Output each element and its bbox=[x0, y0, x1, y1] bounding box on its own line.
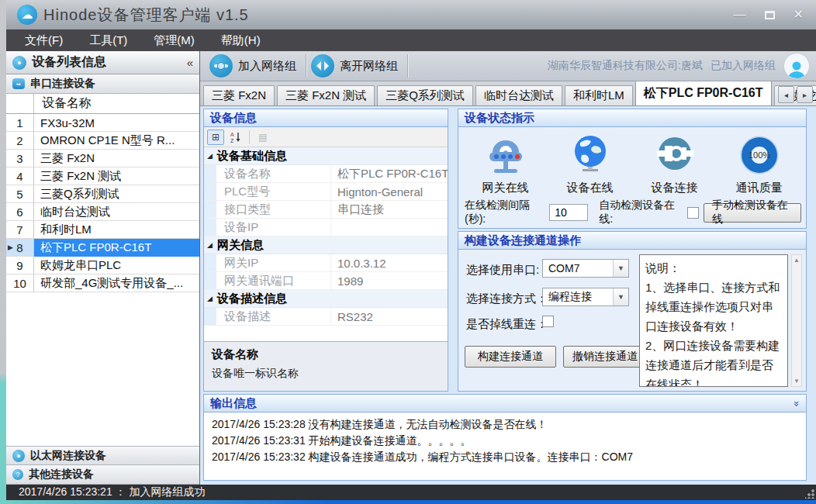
gateway-online-indicator: 网关在线 bbox=[482, 135, 529, 195]
resize-grip[interactable] bbox=[805, 489, 814, 499]
property-category[interactable]: ◢ 网关信息 bbox=[204, 236, 448, 254]
device-connect-icon bbox=[654, 135, 696, 178]
maximize-button[interactable] bbox=[765, 11, 775, 19]
output-header: 输出信息 » bbox=[204, 395, 806, 413]
comm-quality-indicator: 100% 通讯质量 bbox=[736, 135, 783, 195]
device-name-header[interactable]: 设备名称 bbox=[34, 94, 199, 113]
property-row[interactable]: PLC型号 Hignton-General bbox=[204, 183, 448, 201]
tab-mitsubishi-fx2n-test[interactable]: 三菱 Fx2N 测试 bbox=[277, 85, 375, 105]
device-row[interactable]: 9 欧姆龙串口PLC bbox=[6, 257, 199, 274]
sort-alphabetical-icon[interactable]: AZ bbox=[227, 129, 244, 145]
window-title: Hinode设备管理客户端 v1.5 bbox=[43, 5, 249, 26]
instructions-box: 说明： 1、选择串口、连接方式和掉线重连操作选项只对串口连接设备有效！ 2、网口… bbox=[639, 254, 788, 387]
log-line: 2017/4/26 15:23:32 构建设备连接通道成功，编程方式连接串口设备… bbox=[212, 449, 798, 465]
collapse-sidebar-icon[interactable]: « bbox=[187, 56, 193, 69]
device-status-header: 设备状态指示 bbox=[458, 109, 806, 127]
device-tab-strip: 三菱 Fx2N 三菱 Fx2N 测试 三菱Q系列测试 临时台达测试 和利时LM … bbox=[200, 81, 816, 106]
desktop-background-left bbox=[0, 0, 6, 504]
tab-delta-temp-test[interactable]: 临时台达测试 bbox=[475, 85, 562, 105]
menu-bar: 文件(F) 工具(T) 管理(M) 帮助(H) bbox=[6, 29, 816, 51]
auto-check-checkbox[interactable] bbox=[687, 207, 699, 219]
device-row[interactable]: 5 三菱Q系列测试 bbox=[6, 185, 199, 203]
device-row[interactable]: 2 OMRON CP1E N型号 R... bbox=[6, 132, 199, 150]
menu-tools[interactable]: 工具(T) bbox=[89, 33, 127, 48]
collapse-output-icon[interactable]: » bbox=[791, 400, 803, 406]
device-info-header: 设备信息 bbox=[204, 109, 448, 127]
device-row-selected[interactable]: ▶ 8 松下PLC FP0R-C16T bbox=[6, 239, 199, 257]
device-row[interactable]: 7 和利时LM bbox=[6, 221, 199, 239]
scroll-up-icon[interactable]: ▲ bbox=[794, 257, 800, 264]
chevron-down-icon: ▼ bbox=[613, 288, 628, 306]
screen: ☁ Hinode设备管理客户端 v1.5 — ✕ 文件(F) 工具(T) 管理(… bbox=[0, 0, 816, 504]
selected-row-marker-icon: ▶ bbox=[8, 243, 13, 251]
device-list-sidebar: ● 设备列表信息 « ▪▪ 串口连接设备 设备名称 1 FX3u-32M 2 bbox=[6, 51, 200, 485]
comm-quality-icon: 100% bbox=[738, 135, 781, 178]
categorized-view-icon[interactable]: ⊞ bbox=[207, 129, 224, 145]
device-online-indicator: 设备在线 bbox=[567, 135, 614, 195]
section-serial-devices[interactable]: ▪▪ 串口连接设备 bbox=[6, 74, 199, 94]
property-row[interactable]: 接口类型 串口连接 bbox=[204, 201, 448, 219]
reconnect-checkbox[interactable] bbox=[542, 316, 554, 327]
device-connect-indicator: 设备连接 bbox=[652, 135, 698, 195]
property-row[interactable]: 设备描述 RS232 bbox=[204, 308, 448, 326]
property-category[interactable]: ◢ 设备基础信息 bbox=[204, 147, 448, 165]
device-row[interactable]: 1 FX3u-32M bbox=[6, 114, 199, 132]
connect-mode-select[interactable]: 编程连接 ▼ bbox=[542, 288, 629, 306]
section-other-devices[interactable]: ? 其他连接设备 bbox=[6, 465, 199, 485]
property-row[interactable]: 网关IP 10.0.3.12 bbox=[204, 254, 448, 272]
build-channel-panel: 构建设备连接通道操作 选择使用串口: COM7 ▼ 选择连接方式： 编程连接 ▼… bbox=[458, 231, 807, 392]
desktop-background-bottom bbox=[0, 500, 816, 504]
tab-scroll-left-icon[interactable]: ◂ bbox=[778, 86, 794, 103]
device-row[interactable]: 10 研发部_4G测试专用设备_... bbox=[6, 274, 199, 292]
join-network-icon bbox=[209, 54, 233, 78]
property-grid: ◢ 设备基础信息 设备名称 松下PLC FP0R-C16T PLC型号 Hign… bbox=[204, 147, 448, 341]
tab-scroll-right-icon[interactable]: ▸ bbox=[797, 86, 813, 103]
sidebar-title: 设备列表信息 bbox=[32, 54, 106, 71]
property-description: 设备名称 设备唯一标识名称 bbox=[204, 341, 448, 391]
revoke-channel-button[interactable]: 撤销连接通道 bbox=[563, 346, 647, 368]
device-row[interactable]: 6 临时台达测试 bbox=[6, 203, 199, 221]
device-online-icon bbox=[569, 135, 611, 178]
property-grid-toolbar: ⊞ AZ ▤ bbox=[204, 127, 448, 147]
device-table: 设备名称 1 FX3u-32M 2 OMRON CP1E N型号 R... 3 … bbox=[6, 94, 199, 446]
user-info: 湖南华辰智通科技有限公司:唐斌 已加入网络组 bbox=[548, 53, 816, 79]
section-ethernet-devices[interactable]: ● 以太网连接设备 bbox=[6, 446, 199, 465]
property-row[interactable]: 设备名称 松下PLC FP0R-C16T bbox=[204, 165, 448, 183]
app-window: ☁ Hinode设备管理客户端 v1.5 — ✕ 文件(F) 工具(T) 管理(… bbox=[6, 0, 816, 500]
device-row[interactable]: 3 三菱 Fx2N bbox=[6, 150, 199, 167]
menu-help[interactable]: 帮助(H) bbox=[221, 33, 261, 48]
svg-text:100%: 100% bbox=[748, 150, 769, 160]
collapse-triangle-icon: ◢ bbox=[207, 241, 213, 249]
tab-mitsubishi-q-test[interactable]: 三菱Q系列测试 bbox=[377, 85, 473, 105]
app-logo-icon: ☁ bbox=[17, 5, 37, 25]
other-section-icon: ? bbox=[12, 469, 23, 480]
join-network-button[interactable]: 加入网络组 bbox=[205, 51, 306, 81]
menu-manage[interactable]: 管理(M) bbox=[154, 33, 195, 48]
minimize-button[interactable]: — bbox=[734, 9, 746, 21]
leave-network-button[interactable]: 离开网络组 bbox=[306, 51, 407, 81]
device-row[interactable]: 4 三菱 Fx2N 测试 bbox=[6, 167, 199, 185]
leave-network-icon bbox=[311, 54, 334, 78]
scroll-down-icon[interactable]: ▼ bbox=[794, 378, 800, 385]
collapse-triangle-icon: ◢ bbox=[207, 152, 213, 160]
user-avatar[interactable] bbox=[783, 53, 810, 79]
title-bar: ☁ Hinode设备管理客户端 v1.5 — ✕ bbox=[6, 0, 816, 29]
property-row[interactable]: 网关通讯端口 1989 bbox=[204, 272, 448, 290]
ethernet-section-icon: ● bbox=[12, 450, 25, 462]
log-line: 2017/4/26 15:23:28 没有构建连接通道，无法自动检测设备是否在线… bbox=[212, 416, 798, 433]
menu-file[interactable]: 文件(F) bbox=[25, 33, 63, 48]
tab-hollysys-lm[interactable]: 和利时LM bbox=[565, 85, 633, 105]
toolbar: 加入网络组 离开网络组 湖南华辰智通科技有限公司:唐斌 已加入网络组 bbox=[200, 51, 816, 81]
sidebar-header: ● 设备列表信息 « bbox=[6, 51, 199, 74]
property-category[interactable]: ◢ 设备描述信息 bbox=[204, 290, 448, 308]
close-button[interactable]: ✕ bbox=[794, 9, 804, 21]
interval-input[interactable] bbox=[549, 204, 588, 221]
manual-check-button[interactable]: 手动检测设备在线 bbox=[704, 203, 801, 223]
instructions-scrollbar[interactable]: ▲ ▼ bbox=[791, 254, 802, 387]
device-table-header: 设备名称 bbox=[6, 94, 199, 114]
build-channel-button[interactable]: 构建连接通道 bbox=[465, 346, 556, 368]
tab-mitsubishi-fx2n[interactable]: 三菱 Fx2N bbox=[203, 85, 275, 105]
tab-panasonic-fp0r-active[interactable]: 松下PLC FP0R-C16T bbox=[635, 81, 772, 105]
serial-port-select[interactable]: COM7 ▼ bbox=[542, 259, 629, 278]
property-row[interactable]: 设备IP bbox=[204, 219, 448, 236]
